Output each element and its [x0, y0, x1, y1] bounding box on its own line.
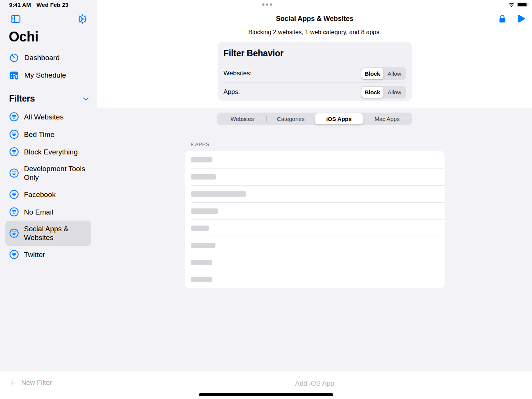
app-list-item[interactable]	[185, 219, 445, 237]
filter-label: Facebook	[24, 190, 55, 199]
app-list-item[interactable]	[185, 168, 445, 185]
app-list-item[interactable]	[185, 151, 445, 168]
app-list-item[interactable]	[185, 271, 445, 288]
category-tabs: Websites Categories iOS Apps Mac Apps	[217, 113, 412, 125]
behavior-row-apps: Apps: Block Allow	[223, 83, 406, 101]
sidebar-item-development-tools-only[interactable]: Development Tools Only	[5, 161, 91, 186]
filter-icon	[9, 207, 19, 217]
status-time: 9:41 AM	[9, 2, 31, 8]
app-list-item[interactable]	[185, 237, 445, 254]
wifi-icon	[508, 1, 515, 8]
sidebar-item-facebook[interactable]: Facebook	[5, 186, 91, 203]
sidebar-toolbar	[0, 14, 97, 24]
websites-label: Websites:	[223, 70, 252, 77]
status-date: Wed Feb 23	[36, 2, 68, 8]
filter-label: No Email	[24, 208, 53, 216]
app-placeholder-bar	[191, 208, 218, 214]
main-content: Social Apps & Websites Blocking 2 websit…	[97, 0, 532, 399]
apps-list	[185, 151, 445, 288]
settings-gear-icon[interactable]	[77, 14, 88, 24]
filter-icon	[9, 112, 19, 122]
tab-ios-apps[interactable]: iOS Apps	[315, 113, 363, 124]
filters-section-header[interactable]: Filters	[9, 94, 90, 104]
app-placeholder-bar	[191, 226, 209, 231]
chevron-down-icon[interactable]	[82, 95, 90, 103]
sidebar-item-label: Dashboard	[24, 54, 60, 62]
gauge-icon	[9, 53, 19, 63]
add-ios-app-button[interactable]: Add iOS App	[97, 380, 532, 388]
websites-block-allow-control: Block Allow	[361, 67, 406, 80]
sidebar-toggle-icon[interactable]	[10, 14, 21, 24]
filter-behavior-card: Filter Behavior Websites: Block Allow Ap…	[218, 42, 412, 101]
app-placeholder-bar	[191, 243, 215, 248]
page-subtitle: Blocking 2 websites, 1 web category, and…	[97, 29, 532, 36]
tab-mac-apps[interactable]: Mac Apps	[363, 113, 411, 124]
new-filter-button[interactable]: New Filter	[9, 379, 52, 387]
filter-label: Block Everything	[24, 148, 78, 156]
filter-list: All Websites Bed Time Block Everything D…	[5, 108, 91, 263]
filter-label: Twitter	[24, 250, 45, 259]
filter-behavior-title: Filter Behavior	[223, 48, 406, 59]
app-list-item[interactable]	[185, 202, 445, 219]
app-list-item[interactable]	[185, 254, 445, 271]
apps-count-label: 8 APPS	[191, 141, 209, 147]
sidebar-item-all-websites[interactable]: All Websites	[5, 108, 91, 126]
filter-label: Bed Time	[24, 130, 54, 139]
sidebar-item-no-email[interactable]: No Email	[5, 203, 91, 221]
sidebar-item-dashboard[interactable]: Dashboard	[9, 53, 90, 63]
plus-icon	[9, 379, 17, 387]
window-controls-handle[interactable]	[262, 3, 272, 6]
filter-icon	[9, 168, 19, 178]
apps-label: Apps:	[223, 88, 240, 96]
websites-allow-segment[interactable]: Allow	[383, 68, 405, 79]
filter-icon	[9, 189, 19, 199]
app-list-item[interactable]	[185, 185, 445, 202]
sidebar: 9:41 AM Wed Feb 23	[0, 0, 97, 399]
apps-block-segment[interactable]: Block	[361, 87, 383, 98]
tab-categories[interactable]: Categories	[267, 113, 315, 124]
status-bar-left: 9:41 AM Wed Feb 23	[9, 2, 72, 8]
sidebar-item-bed-time[interactable]: Bed Time	[5, 126, 91, 143]
filter-icon	[9, 250, 19, 259]
app-placeholder-bar	[191, 260, 212, 265]
app-placeholder-bar	[191, 174, 216, 180]
status-bar-right	[508, 1, 529, 8]
filter-icon	[9, 129, 19, 139]
sidebar-bottom-bar: New Filter	[0, 370, 97, 399]
new-filter-label: New Filter	[21, 379, 52, 387]
app-window: 9:41 AM Wed Feb 23	[0, 0, 532, 399]
content-area: Websites Categories iOS Apps Mac Apps 8 …	[97, 108, 532, 370]
sidebar-item-block-everything[interactable]: Block Everything	[5, 143, 91, 161]
sidebar-item-label: My Schedule	[24, 71, 66, 79]
sidebar-item-twitter[interactable]: Twitter	[5, 246, 91, 263]
page-title: Social Apps & Websites	[97, 15, 532, 23]
app-placeholder-bar	[191, 191, 246, 197]
filter-icon	[9, 228, 19, 238]
filter-label: All Websites	[24, 113, 63, 121]
filter-icon	[9, 147, 19, 157]
behavior-row-websites: Websites: Block Allow	[223, 64, 406, 83]
sidebar-item-my-schedule[interactable]: My Schedule	[9, 70, 90, 80]
filters-header-label: Filters	[9, 94, 35, 104]
app-title: Ochi	[9, 29, 38, 45]
tab-websites[interactable]: Websites	[218, 113, 266, 124]
filter-label: Social Apps & Websites	[24, 224, 87, 242]
calendar-clock-icon	[9, 70, 19, 80]
websites-block-segment[interactable]: Block	[361, 68, 383, 79]
home-indicator[interactable]	[199, 393, 333, 396]
filter-label: Development Tools Only	[24, 164, 87, 182]
app-placeholder-bar	[191, 277, 212, 282]
battery-icon	[517, 2, 529, 8]
app-placeholder-bar	[191, 157, 212, 162]
apps-allow-segment[interactable]: Allow	[383, 87, 405, 98]
sidebar-item-social-apps-websites[interactable]: Social Apps & Websites	[5, 221, 91, 246]
apps-block-allow-control: Block Allow	[361, 86, 406, 99]
